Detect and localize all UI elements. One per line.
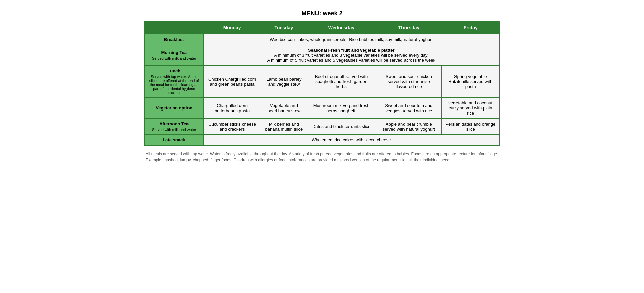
menu-table: Monday Tuesday Wednesday Thursday Friday… <box>144 21 500 146</box>
afternoon-tea-thursday: Apple and pear crumble served with natur… <box>376 119 442 135</box>
lunch-label: Lunch Served with tap water. Apple slice… <box>145 66 203 98</box>
late-snack-row: Late snack Wholemeal rice cakes with sli… <box>145 135 499 146</box>
vegetarian-wednesday: Mushroom mix veg and fresh herbs spaghet… <box>307 98 376 119</box>
breakfast-label: Breakfast <box>145 34 203 45</box>
late-snack-content: Wholemeal rice cakes with sliced cheese <box>203 135 499 146</box>
morning-tea-content: Seasonal Fresh fruit and vegetable platt… <box>203 45 499 66</box>
lunch-thursday: Sweet and sour chicken served with star … <box>376 66 442 98</box>
breakfast-row: Breakfast Weetbix, cornflakes, wholegrai… <box>145 34 499 45</box>
header-row: Monday Tuesday Wednesday Thursday Friday <box>145 21 499 34</box>
header-thursday: Thursday <box>376 21 442 34</box>
lunch-wednesday: Beef stroganoff served with spaghetti an… <box>307 66 376 98</box>
afternoon-tea-monday: Cucumber sticks cheese and crackers <box>203 119 261 135</box>
header-tuesday: Tuesday <box>261 21 307 34</box>
lunch-tuesday: Lamb pearl barley and veggie stew <box>261 66 307 98</box>
page-title: MENU: week 2 <box>144 10 500 17</box>
header-empty <box>145 21 203 34</box>
page-wrapper: MENU: week 2 Monday Tuesday Wednesday Th… <box>144 10 500 163</box>
afternoon-tea-tuesday: Mix berries and banana muffin slice <box>261 119 307 135</box>
breakfast-content: Weetbix, cornflakes, wholegrain cereals,… <box>203 34 499 45</box>
afternoon-tea-label: Afternoon Tea Served with milk and water <box>145 119 203 135</box>
afternoon-tea-row: Afternoon Tea Served with milk and water… <box>145 119 499 135</box>
morning-tea-label: Morning Tea Served with milk and water <box>145 45 203 66</box>
vegetarian-thursday: Sweet and sour tofu and veggies served w… <box>376 98 442 119</box>
lunch-friday: Spring vegetable Ratatouille served with… <box>442 66 499 98</box>
late-snack-label: Late snack <box>145 135 203 146</box>
footer-note: All meals are served with tap water. Wat… <box>144 151 500 163</box>
vegetarian-label: Vegetarian option <box>145 98 203 119</box>
afternoon-tea-wednesday: Dates and black currants slice <box>307 119 376 135</box>
header-monday: Monday <box>203 21 261 34</box>
header-wednesday: Wednesday <box>307 21 376 34</box>
vegetarian-monday: Chargrilled corn butterbeans pasta <box>203 98 261 119</box>
afternoon-tea-friday: Persian dates and orange slice <box>442 119 499 135</box>
vegetarian-row: Vegetarian option Chargrilled corn butte… <box>145 98 499 119</box>
vegetarian-friday: vegetable and coconut curry served with … <box>442 98 499 119</box>
lunch-row: Lunch Served with tap water. Apple slice… <box>145 66 499 98</box>
header-friday: Friday <box>442 21 499 34</box>
lunch-monday: Chicken Chargrilled corn and green beans… <box>203 66 261 98</box>
vegetarian-tuesday: Vegetable and pearl barley stew <box>261 98 307 119</box>
morning-tea-row: Morning Tea Served with milk and water S… <box>145 45 499 66</box>
